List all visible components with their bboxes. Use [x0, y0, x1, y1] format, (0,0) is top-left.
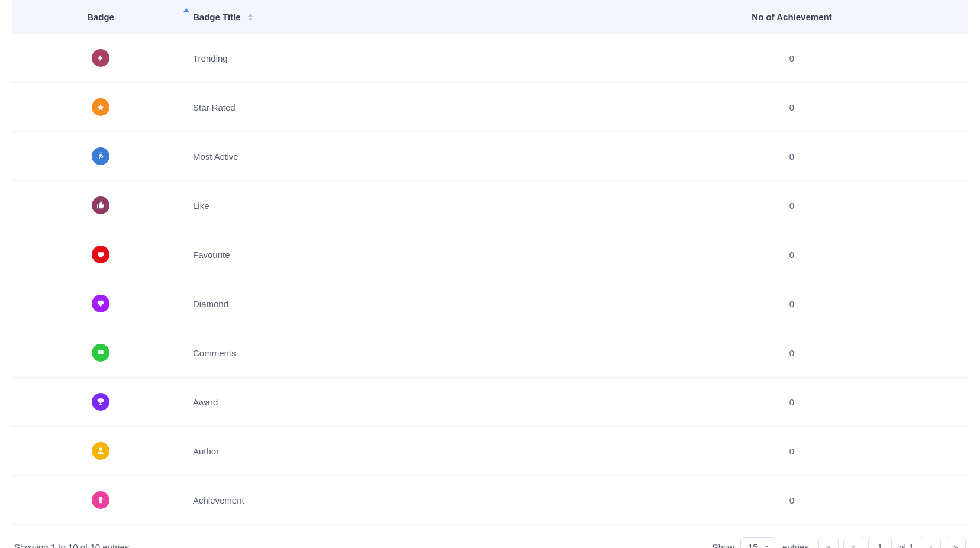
cell-count: 0 — [615, 83, 968, 132]
cell-title: Star Rated — [189, 83, 615, 132]
table-row: Trending0 — [12, 34, 968, 83]
table-row: Favourite0 — [12, 230, 968, 279]
table-row: Comments0 — [12, 328, 968, 378]
column-header-title[interactable]: Badge Title — [189, 0, 615, 34]
cell-title: Favourite — [189, 230, 615, 279]
cell-badge — [12, 328, 189, 378]
cell-badge — [12, 132, 189, 181]
trophy-icon — [92, 393, 109, 411]
table-footer: Showing 1 to 10 of 10 entries Show 10152… — [12, 525, 968, 548]
diamond-icon — [92, 295, 109, 312]
cell-badge — [12, 181, 189, 230]
cell-title: Achievement — [189, 476, 615, 525]
table-row: Star Rated0 — [12, 83, 968, 132]
page-of-total: of 1 — [899, 542, 914, 549]
cell-count: 0 — [615, 476, 968, 525]
table-row: Author0 — [12, 427, 968, 476]
pager-next-button[interactable]: › — [921, 537, 941, 548]
pager-first-button[interactable]: « — [818, 537, 839, 548]
table-row: Diamond0 — [12, 279, 968, 328]
cell-count: 0 — [615, 378, 968, 427]
cell-badge — [12, 279, 189, 328]
cell-title: Comments — [189, 328, 615, 378]
entries-label: entries — [782, 542, 809, 549]
cell-badge — [12, 34, 189, 83]
cell-badge — [12, 476, 189, 525]
column-header-badge[interactable]: Badge — [12, 0, 189, 34]
column-header-label: Badge — [87, 12, 114, 22]
bolt-icon — [92, 49, 109, 67]
heart-icon — [92, 246, 109, 263]
cell-count: 0 — [615, 34, 968, 83]
medal-icon — [92, 491, 109, 509]
run-icon — [92, 147, 109, 165]
column-header-label: Badge Title — [193, 12, 241, 22]
pager-prev-button[interactable]: ‹ — [843, 537, 863, 548]
column-header-label: No of Achievement — [752, 12, 831, 22]
cell-count: 0 — [615, 181, 968, 230]
thumb-icon — [92, 196, 109, 214]
page-size-select[interactable]: 10152550 — [740, 537, 776, 549]
pager: « ‹ of 1 › » — [818, 537, 966, 548]
cell-title: Like — [189, 181, 615, 230]
user-icon — [92, 442, 109, 460]
table-header-row: Badge Badge Title No of Achievement — [12, 0, 968, 34]
badges-table: Badge Badge Title No of Achievement Tren… — [12, 0, 968, 525]
table-row: Award0 — [12, 378, 968, 427]
table-row: Like0 — [12, 181, 968, 230]
cell-count: 0 — [615, 328, 968, 378]
cell-badge — [12, 427, 189, 476]
page-total: 1 — [909, 542, 914, 549]
of-label: of — [899, 542, 907, 549]
sort-ascending-icon — [183, 8, 189, 12]
column-header-count[interactable]: No of Achievement — [615, 0, 968, 34]
cell-title: Award — [189, 378, 615, 427]
comment-icon — [92, 344, 109, 362]
cell-count: 0 — [615, 427, 968, 476]
page-size-select-wrap: 10152550 — [740, 537, 776, 549]
pager-last-button[interactable]: » — [946, 537, 966, 548]
cell-count: 0 — [615, 230, 968, 279]
show-label: Show — [712, 542, 734, 549]
footer-controls: Show 10152550 entries « ‹ of 1 › » — [712, 537, 966, 548]
table-row: Achievement0 — [12, 476, 968, 525]
cell-badge — [12, 378, 189, 427]
entries-info: Showing 1 to 10 of 10 entries — [14, 542, 129, 549]
cell-badge — [12, 83, 189, 132]
cell-badge — [12, 230, 189, 279]
page-number-input[interactable] — [868, 537, 892, 548]
cell-title: Diamond — [189, 279, 615, 328]
cell-title: Author — [189, 427, 615, 476]
cell-title: Most Active — [189, 132, 615, 181]
cell-count: 0 — [615, 279, 968, 328]
cell-count: 0 — [615, 132, 968, 181]
star-icon — [92, 98, 109, 116]
sort-unsorted-icon — [248, 14, 253, 21]
table-row: Most Active0 — [12, 132, 968, 181]
cell-title: Trending — [189, 34, 615, 83]
